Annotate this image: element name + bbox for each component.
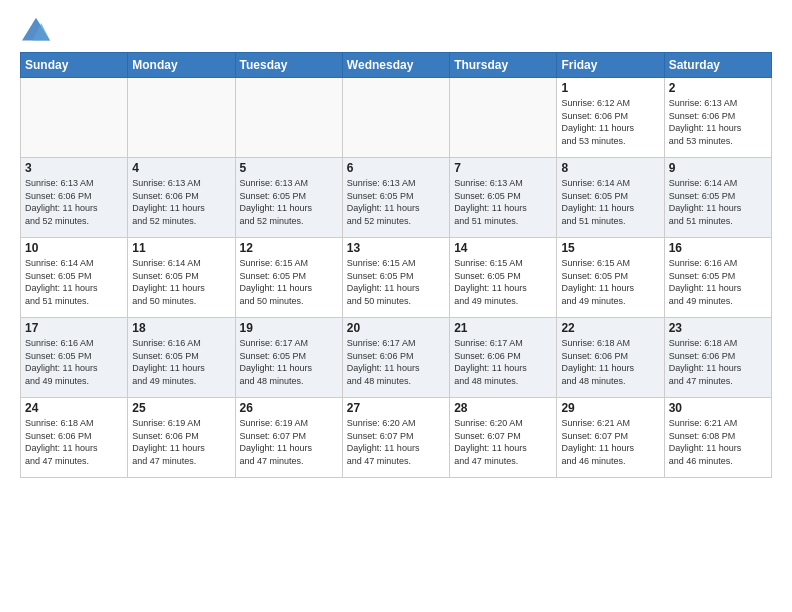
day-cell: 19Sunrise: 6:17 AM Sunset: 6:05 PM Dayli…: [235, 318, 342, 398]
day-cell: [128, 78, 235, 158]
logo: [20, 16, 56, 44]
day-cell: [21, 78, 128, 158]
day-cell: 13Sunrise: 6:15 AM Sunset: 6:05 PM Dayli…: [342, 238, 449, 318]
day-cell: 20Sunrise: 6:17 AM Sunset: 6:06 PM Dayli…: [342, 318, 449, 398]
day-cell: 1Sunrise: 6:12 AM Sunset: 6:06 PM Daylig…: [557, 78, 664, 158]
day-info: Sunrise: 6:16 AM Sunset: 6:05 PM Dayligh…: [669, 257, 767, 307]
day-number: 10: [25, 241, 123, 255]
logo-icon: [20, 16, 52, 44]
day-number: 29: [561, 401, 659, 415]
day-info: Sunrise: 6:13 AM Sunset: 6:06 PM Dayligh…: [669, 97, 767, 147]
weekday-header-thursday: Thursday: [450, 53, 557, 78]
day-info: Sunrise: 6:13 AM Sunset: 6:05 PM Dayligh…: [240, 177, 338, 227]
day-info: Sunrise: 6:16 AM Sunset: 6:05 PM Dayligh…: [25, 337, 123, 387]
day-info: Sunrise: 6:14 AM Sunset: 6:05 PM Dayligh…: [25, 257, 123, 307]
day-info: Sunrise: 6:15 AM Sunset: 6:05 PM Dayligh…: [561, 257, 659, 307]
week-row-3: 10Sunrise: 6:14 AM Sunset: 6:05 PM Dayli…: [21, 238, 772, 318]
week-row-2: 3Sunrise: 6:13 AM Sunset: 6:06 PM Daylig…: [21, 158, 772, 238]
day-number: 22: [561, 321, 659, 335]
day-number: 14: [454, 241, 552, 255]
week-row-1: 1Sunrise: 6:12 AM Sunset: 6:06 PM Daylig…: [21, 78, 772, 158]
day-number: 6: [347, 161, 445, 175]
weekday-header-sunday: Sunday: [21, 53, 128, 78]
day-cell: 27Sunrise: 6:20 AM Sunset: 6:07 PM Dayli…: [342, 398, 449, 478]
day-cell: 10Sunrise: 6:14 AM Sunset: 6:05 PM Dayli…: [21, 238, 128, 318]
day-info: Sunrise: 6:17 AM Sunset: 6:06 PM Dayligh…: [454, 337, 552, 387]
weekday-header-friday: Friday: [557, 53, 664, 78]
day-info: Sunrise: 6:15 AM Sunset: 6:05 PM Dayligh…: [347, 257, 445, 307]
day-cell: 11Sunrise: 6:14 AM Sunset: 6:05 PM Dayli…: [128, 238, 235, 318]
day-cell: 16Sunrise: 6:16 AM Sunset: 6:05 PM Dayli…: [664, 238, 771, 318]
day-info: Sunrise: 6:17 AM Sunset: 6:06 PM Dayligh…: [347, 337, 445, 387]
day-cell: 2Sunrise: 6:13 AM Sunset: 6:06 PM Daylig…: [664, 78, 771, 158]
day-number: 15: [561, 241, 659, 255]
day-info: Sunrise: 6:15 AM Sunset: 6:05 PM Dayligh…: [454, 257, 552, 307]
day-info: Sunrise: 6:13 AM Sunset: 6:05 PM Dayligh…: [347, 177, 445, 227]
day-info: Sunrise: 6:13 AM Sunset: 6:06 PM Dayligh…: [132, 177, 230, 227]
day-number: 7: [454, 161, 552, 175]
day-number: 21: [454, 321, 552, 335]
day-cell: 17Sunrise: 6:16 AM Sunset: 6:05 PM Dayli…: [21, 318, 128, 398]
day-number: 5: [240, 161, 338, 175]
day-info: Sunrise: 6:14 AM Sunset: 6:05 PM Dayligh…: [132, 257, 230, 307]
page: SundayMondayTuesdayWednesdayThursdayFrid…: [0, 0, 792, 612]
day-info: Sunrise: 6:20 AM Sunset: 6:07 PM Dayligh…: [454, 417, 552, 467]
day-number: 28: [454, 401, 552, 415]
day-info: Sunrise: 6:20 AM Sunset: 6:07 PM Dayligh…: [347, 417, 445, 467]
day-number: 30: [669, 401, 767, 415]
day-info: Sunrise: 6:21 AM Sunset: 6:08 PM Dayligh…: [669, 417, 767, 467]
day-cell: 25Sunrise: 6:19 AM Sunset: 6:06 PM Dayli…: [128, 398, 235, 478]
day-cell: 26Sunrise: 6:19 AM Sunset: 6:07 PM Dayli…: [235, 398, 342, 478]
day-number: 24: [25, 401, 123, 415]
day-number: 4: [132, 161, 230, 175]
day-info: Sunrise: 6:19 AM Sunset: 6:07 PM Dayligh…: [240, 417, 338, 467]
day-number: 25: [132, 401, 230, 415]
day-number: 9: [669, 161, 767, 175]
day-number: 18: [132, 321, 230, 335]
day-number: 1: [561, 81, 659, 95]
day-cell: 24Sunrise: 6:18 AM Sunset: 6:06 PM Dayli…: [21, 398, 128, 478]
day-cell: 22Sunrise: 6:18 AM Sunset: 6:06 PM Dayli…: [557, 318, 664, 398]
day-number: 17: [25, 321, 123, 335]
day-number: 3: [25, 161, 123, 175]
day-number: 12: [240, 241, 338, 255]
week-row-4: 17Sunrise: 6:16 AM Sunset: 6:05 PM Dayli…: [21, 318, 772, 398]
day-info: Sunrise: 6:14 AM Sunset: 6:05 PM Dayligh…: [561, 177, 659, 227]
day-number: 20: [347, 321, 445, 335]
weekday-header-monday: Monday: [128, 53, 235, 78]
header: [20, 16, 772, 44]
day-info: Sunrise: 6:18 AM Sunset: 6:06 PM Dayligh…: [25, 417, 123, 467]
day-cell: 15Sunrise: 6:15 AM Sunset: 6:05 PM Dayli…: [557, 238, 664, 318]
day-cell: 3Sunrise: 6:13 AM Sunset: 6:06 PM Daylig…: [21, 158, 128, 238]
day-cell: [450, 78, 557, 158]
day-info: Sunrise: 6:12 AM Sunset: 6:06 PM Dayligh…: [561, 97, 659, 147]
day-number: 8: [561, 161, 659, 175]
day-number: 13: [347, 241, 445, 255]
day-number: 19: [240, 321, 338, 335]
day-cell: 23Sunrise: 6:18 AM Sunset: 6:06 PM Dayli…: [664, 318, 771, 398]
day-number: 26: [240, 401, 338, 415]
weekday-header-saturday: Saturday: [664, 53, 771, 78]
day-info: Sunrise: 6:13 AM Sunset: 6:05 PM Dayligh…: [454, 177, 552, 227]
day-cell: 28Sunrise: 6:20 AM Sunset: 6:07 PM Dayli…: [450, 398, 557, 478]
calendar: SundayMondayTuesdayWednesdayThursdayFrid…: [20, 52, 772, 478]
day-info: Sunrise: 6:14 AM Sunset: 6:05 PM Dayligh…: [669, 177, 767, 227]
day-info: Sunrise: 6:13 AM Sunset: 6:06 PM Dayligh…: [25, 177, 123, 227]
day-info: Sunrise: 6:18 AM Sunset: 6:06 PM Dayligh…: [561, 337, 659, 387]
day-info: Sunrise: 6:16 AM Sunset: 6:05 PM Dayligh…: [132, 337, 230, 387]
day-number: 11: [132, 241, 230, 255]
day-number: 2: [669, 81, 767, 95]
week-row-5: 24Sunrise: 6:18 AM Sunset: 6:06 PM Dayli…: [21, 398, 772, 478]
day-info: Sunrise: 6:15 AM Sunset: 6:05 PM Dayligh…: [240, 257, 338, 307]
day-cell: [235, 78, 342, 158]
day-cell: 6Sunrise: 6:13 AM Sunset: 6:05 PM Daylig…: [342, 158, 449, 238]
day-cell: 12Sunrise: 6:15 AM Sunset: 6:05 PM Dayli…: [235, 238, 342, 318]
day-cell: 7Sunrise: 6:13 AM Sunset: 6:05 PM Daylig…: [450, 158, 557, 238]
day-info: Sunrise: 6:18 AM Sunset: 6:06 PM Dayligh…: [669, 337, 767, 387]
day-number: 16: [669, 241, 767, 255]
day-cell: 30Sunrise: 6:21 AM Sunset: 6:08 PM Dayli…: [664, 398, 771, 478]
day-info: Sunrise: 6:19 AM Sunset: 6:06 PM Dayligh…: [132, 417, 230, 467]
day-info: Sunrise: 6:21 AM Sunset: 6:07 PM Dayligh…: [561, 417, 659, 467]
day-cell: 4Sunrise: 6:13 AM Sunset: 6:06 PM Daylig…: [128, 158, 235, 238]
weekday-header-wednesday: Wednesday: [342, 53, 449, 78]
